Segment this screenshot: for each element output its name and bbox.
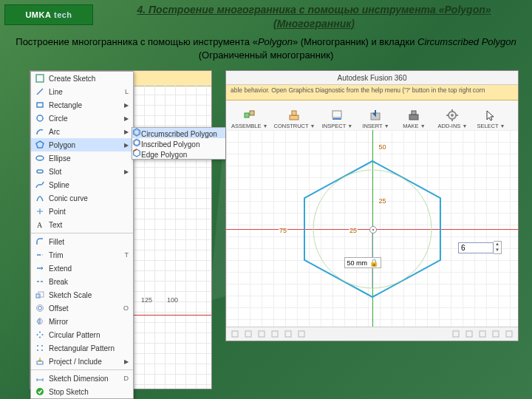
status-grid2-icon[interactable] (257, 330, 266, 338)
submenu-label: Inscribed Polygon (141, 140, 200, 149)
menu-label: Ellipse (49, 154, 70, 163)
svg-point-33 (36, 388, 44, 395)
svg-rect-48 (412, 111, 416, 115)
menu-item-extend[interactable]: Extend (31, 262, 133, 275)
offset-icon (35, 304, 44, 313)
circle-icon (35, 114, 44, 123)
menu-label: Mirror (49, 318, 68, 326)
proj-icon (35, 357, 44, 366)
menu-label: Rectangle (49, 101, 82, 109)
submenu-arrow-icon: ▶ (124, 168, 129, 175)
status-info-icon[interactable] (297, 330, 306, 338)
menu-label: Offset (49, 304, 69, 313)
svg-point-24 (37, 345, 38, 347)
svg-rect-40 (245, 113, 249, 117)
menu-label: Circular Pattern (49, 331, 100, 339)
edge-count-input[interactable]: ▲▼ (458, 241, 502, 254)
dim-75: 75 (279, 227, 287, 234)
svg-line-1 (37, 89, 43, 95)
dropdown-arrow-icon: ▼ (420, 123, 426, 129)
step-up[interactable]: ▲ (494, 242, 501, 248)
status-display-icon[interactable] (465, 330, 474, 338)
submenu-arrow-icon: ▶ (124, 102, 129, 109)
edge-stepper[interactable]: ▲▼ (494, 241, 502, 254)
center-point[interactable] (369, 226, 377, 233)
dropdown-arrow-icon: ▼ (310, 123, 316, 129)
menu-item-polygon[interactable]: Polygon▶ (31, 138, 133, 151)
dropdown-arrow-icon: ▼ (384, 123, 389, 129)
status-grid-icon[interactable] (244, 330, 253, 338)
menu-item-trim[interactable]: TrimT (31, 248, 133, 262)
rect-icon (35, 100, 44, 109)
status-ortho-icon[interactable] (270, 330, 279, 338)
menu-item-sketch-scale[interactable]: Sketch Scale (31, 288, 133, 301)
dim-25a: 25 (378, 197, 386, 205)
spline-icon (35, 180, 44, 189)
ribbon-label: INSERT ▼ (362, 123, 389, 129)
svg-point-22 (39, 337, 41, 338)
menu-item-text[interactable]: AText (31, 218, 133, 231)
submenu-label: Edge Polygon (141, 151, 187, 159)
menu-item-offset[interactable]: OffsetO (31, 301, 133, 315)
menu-item-stop-sketch[interactable]: Stop Sketch (31, 385, 133, 398)
menu-item-project-include[interactable]: Project / Include▶ (31, 355, 133, 368)
dim-100: 100 (167, 296, 178, 304)
status-constrain-icon[interactable] (284, 330, 293, 338)
drawing-canvas[interactable]: 50 25 75 25 50 mm🔒 ▲▼ (226, 130, 518, 327)
menu-label: Rectangular Pattern (49, 344, 115, 352)
svg-text:A: A (37, 221, 43, 229)
lock-icon[interactable]: 🔒 (369, 259, 378, 267)
menu-item-rectangle[interactable]: Rectangle▶ (31, 98, 133, 112)
scale-icon (35, 290, 44, 299)
svg-rect-43 (292, 111, 296, 115)
status-layers-icon[interactable] (451, 330, 460, 338)
dim-icon (35, 374, 44, 383)
svg-rect-6 (37, 170, 43, 173)
edge-count-field[interactable] (458, 242, 494, 253)
extend-icon (35, 264, 44, 273)
menu-label: Conic curve (49, 194, 88, 202)
step-down[interactable]: ▼ (494, 248, 501, 253)
menu-label: Break (49, 278, 68, 286)
menu-item-slot[interactable]: Slot▶ (31, 165, 133, 178)
menu-item-ellipse[interactable]: Ellipse (31, 151, 133, 165)
menu-item-point[interactable]: Point (31, 205, 133, 218)
dropdown-arrow-icon: ▼ (500, 123, 505, 129)
svg-point-27 (41, 349, 43, 351)
warning-banner-right: able behavior. Open Graphics Diagnostic … (226, 85, 518, 100)
menu-item-create-sketch[interactable]: Create Sketch (31, 72, 133, 85)
menu-label: Create Sketch (49, 75, 95, 83)
menu-item-spline[interactable]: Spline (31, 178, 133, 191)
menu-item-break[interactable]: Break (31, 275, 133, 288)
status-render-icon[interactable] (491, 330, 500, 338)
sketch-create-menu[interactable]: Create SketchLineLRectangle▶Circle▶Arc▶P… (30, 71, 134, 399)
menu-label: Sketch Dimension (49, 375, 109, 383)
svg-rect-2 (37, 103, 43, 107)
radius-value: 50 mm (347, 259, 368, 267)
app-titlebar: Autodesk Fusion 360 (226, 71, 518, 85)
radius-input[interactable]: 50 mm🔒 (344, 257, 382, 268)
arc-icon (35, 127, 44, 136)
status-cam-icon[interactable] (505, 330, 514, 338)
shortcut: O (123, 304, 129, 312)
svg-rect-66 (480, 331, 485, 337)
menu-item-circular-pattern[interactable]: Circular Pattern (31, 328, 133, 341)
submenu-arrow-icon: ▶ (124, 142, 129, 149)
status-bar (226, 327, 518, 341)
menu-item-line[interactable]: LineL (31, 85, 133, 98)
svg-rect-65 (466, 331, 472, 337)
svg-rect-61 (272, 331, 278, 337)
menu-item-mirror[interactable]: Mirror (31, 315, 133, 328)
svg-rect-59 (245, 331, 251, 337)
menu-item-rectangular-pattern[interactable]: Rectangular Pattern (31, 341, 133, 355)
menu-item-conic-curve[interactable]: Conic curve (31, 191, 133, 205)
menu-item-sketch-dimension[interactable]: Sketch DimensionD (31, 372, 133, 385)
status-snap-icon[interactable] (231, 330, 239, 338)
menu-item-circle[interactable]: Circle▶ (31, 112, 133, 125)
epolygon-icon (132, 149, 141, 157)
status-vis-icon[interactable] (478, 330, 487, 338)
menu-label: Polygon (49, 141, 75, 149)
menu-item-arc[interactable]: Arc▶ (31, 125, 133, 138)
cpolygon-icon (132, 128, 141, 137)
menu-item-fillet[interactable]: Fillet (31, 235, 133, 248)
